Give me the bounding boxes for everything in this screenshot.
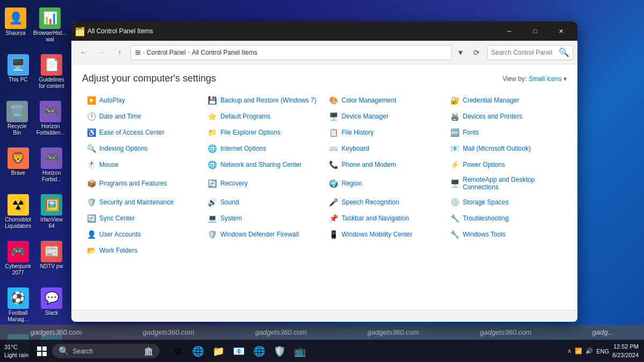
cp-label-file-history: File History [342, 129, 374, 136]
desktop-icon-slack[interactable]: 💬 Slack [36, 285, 68, 325]
taskbar-app-taskview[interactable]: ⧉ [168, 342, 187, 361]
desktop-icon-browser-hist[interactable]: 📊 BrowserHist... wal [31, 5, 69, 45]
desktop-icon-brave[interactable]: 🦁 Brave [3, 145, 34, 185]
cp-item-phone-modem[interactable]: 📞 Phone and Modem [325, 157, 446, 172]
cp-item-network-sharing[interactable]: 🌐 Network and Sharing Center [203, 157, 325, 172]
start-button[interactable] [34, 343, 50, 359]
cp-item-win-tools[interactable]: 🔧 Windows Tools [445, 227, 567, 242]
cp-item-speech-recog[interactable]: 🎤 Speech Recognition [325, 195, 446, 210]
cp-label-taskbar-nav: Taskbar and Navigation [342, 215, 409, 222]
icon-label: Shaurya [5, 30, 25, 36]
cp-item-remoteapp[interactable]: 🖥️ RemoteApp and Desktop Connections [445, 173, 567, 194]
cp-item-color-mgmt[interactable]: 🎨 Color Management [325, 93, 446, 108]
up-button[interactable]: ↑ [112, 45, 127, 60]
cp-item-system[interactable]: 💻 System [203, 211, 325, 226]
cp-item-date-time[interactable]: 🕐 Date and Time [82, 109, 203, 124]
minimize-button[interactable]: ─ [497, 23, 522, 39]
desktop-icon-this-pc[interactable]: 🖥️ This PC [3, 52, 34, 92]
forward-button[interactable]: → [94, 45, 109, 60]
view-by-option[interactable]: Small icons ▾ [529, 75, 567, 83]
cp-item-mail[interactable]: 📧 Mail (Microsoft Outlook) [445, 141, 567, 156]
tray-network[interactable]: 📶 [575, 348, 582, 354]
tray-sound[interactable]: 🔊 [586, 348, 593, 354]
cp-label-win-defender: Windows Defender Firewall [221, 231, 299, 238]
cp-item-file-history[interactable]: 📋 File History [325, 125, 446, 140]
taskbar-app-browser[interactable]: 🌐 [188, 342, 208, 361]
tray-show-hidden[interactable]: ∧ [567, 348, 572, 354]
search-box[interactable]: 🔍 [487, 45, 573, 60]
cp-icon-recovery: 🔄 [208, 179, 217, 188]
taskbar-clock[interactable]: 12:52 PM 8/23/2024 [612, 343, 639, 359]
desktop-icon-ndtv[interactable]: 📰 NDTV pw [36, 239, 68, 278]
cp-icon-device-mgr: 🖥️ [329, 112, 339, 121]
taskbar-app-mail[interactable]: 📧 [229, 342, 248, 361]
cp-item-region[interactable]: 🌍 Region [325, 173, 446, 194]
desktop-icon-recycle-bin[interactable]: 🗑️ Recycle Bin [3, 99, 32, 138]
desktop-icon-irfanview[interactable]: 🖼️ IrfanView 64 [36, 192, 68, 232]
taskbar-app-explorer[interactable]: 📁 [209, 342, 228, 361]
desktop-icon-horizon[interactable]: 🎮 Horizon Forbidden... [34, 99, 67, 138]
address-bar: ← → ↑ ⊞ › Control Panel › All Control Pa… [71, 41, 577, 64]
cp-label-keyboard: Keyboard [342, 145, 369, 152]
cp-item-backup-restore[interactable]: 💾 Backup and Restore (Windows 7) [203, 93, 325, 108]
cp-item-sync-center[interactable]: 🔄 Sync Center [82, 211, 203, 226]
watermark-text-2: gadgets360.com [143, 328, 194, 336]
cp-label-ease-access: Ease of Access Center [99, 129, 164, 136]
taskbar-weather: 31°C Light rain [4, 343, 28, 359]
search-input[interactable] [491, 49, 557, 56]
desktop-icon-football[interactable]: ⚽ Football Manag... [3, 285, 34, 325]
control-panel-window: 🗂️ All Control Panel Items ─ □ ✕ ← → ↑ ⊞… [71, 21, 577, 322]
cp-icon-backup-restore: 💾 [208, 95, 217, 105]
cp-item-programs-features[interactable]: 📦 Programs and Features [82, 173, 203, 194]
cp-label-file-explorer: File Explorer Options [221, 129, 281, 136]
cp-item-ease-access[interactable]: ♿ Ease of Access Center [82, 125, 203, 140]
cp-item-taskbar-nav[interactable]: 📌 Taskbar and Navigation [325, 211, 446, 226]
cp-item-internet-opts[interactable]: 🌐 Internet Options [203, 141, 325, 156]
back-button[interactable]: ← [76, 45, 91, 60]
cp-item-mouse[interactable]: 🖱️ Mouse [82, 157, 203, 172]
cp-item-security-maint[interactable]: 🛡️ Security and Maintenance [82, 195, 203, 210]
close-button[interactable]: ✕ [548, 23, 573, 39]
cp-item-file-explorer[interactable]: 📁 File Explorer Options [203, 125, 325, 140]
taskbar-app-defender[interactable]: 🛡️ [270, 342, 289, 361]
cp-item-recovery[interactable]: 🔄 Recovery [203, 173, 325, 194]
cp-icon-color-mgmt: 🎨 [329, 95, 339, 105]
cp-item-storage-spaces[interactable]: 💿 Storage Spaces [445, 195, 567, 210]
cp-item-user-accounts[interactable]: 👤 User Accounts [82, 227, 203, 242]
cp-item-default-progs[interactable]: ⭐ Default Programs [203, 109, 325, 124]
cp-item-troubleshoot[interactable]: 🔧 Troubleshooting [445, 211, 567, 226]
watermark-bar: gadgets360.com gadgets360.com gadgets360… [0, 324, 644, 339]
address-dropdown[interactable]: ▾ [455, 45, 466, 60]
taskbar-search-bar[interactable]: 🔍 Search 🏛️ [52, 344, 159, 358]
icon-label: Horizon Forbid... [39, 170, 65, 183]
cp-item-sound[interactable]: 🔊 Sound [203, 195, 325, 210]
address-path[interactable]: ⊞ › Control Panel › All Control Panel It… [130, 45, 452, 60]
cp-item-power-opts[interactable]: ⚡ Power Options [445, 157, 567, 172]
cp-item-fonts[interactable]: 🔤 Fonts [445, 125, 567, 140]
cp-item-device-mgr[interactable]: 🖥️ Device Manager [325, 109, 446, 124]
cp-item-autoplay[interactable]: ▶️ AutoPlay [82, 93, 203, 108]
desktop-icon-shaurya[interactable]: 👤 Shaurya [3, 5, 28, 45]
cp-icon-mouse: 🖱️ [86, 160, 96, 169]
desktop-icon-horizon2[interactable]: 🎮 Horizon Forbid... [36, 145, 68, 185]
taskbar-app-media[interactable]: 📺 [290, 342, 310, 361]
desktop-icon-chorno[interactable]: ☢️ Chornoblot Liquidators [3, 192, 34, 232]
maximize-button[interactable]: □ [523, 23, 547, 39]
cp-label-color-mgmt: Color Management [342, 97, 397, 104]
watermark-text-4: gadgets360.com [368, 328, 419, 336]
cp-icon-system: 💻 [208, 213, 217, 223]
cp-item-devices-printers[interactable]: 🖨️ Devices and Printers [445, 109, 567, 124]
refresh-button[interactable]: ⟳ [469, 45, 484, 60]
desktop-icon-cyberpunk[interactable]: 🎮 Cyberpunk 2077 [3, 239, 34, 278]
cp-item-keyboard[interactable]: ⌨️ Keyboard [325, 141, 446, 156]
cp-item-work-folders[interactable]: 📂 Work Folders [82, 243, 203, 258]
desktop-icon-guidelines[interactable]: 📄 Guidelines for content [36, 52, 68, 92]
cp-item-indexing[interactable]: 🔍 Indexing Options [82, 141, 203, 156]
cp-label-mouse: Mouse [99, 161, 119, 168]
cp-item-win-defender[interactable]: 🛡️ Windows Defender Firewall [203, 227, 325, 242]
cp-item-win-mobility[interactable]: 📱 Windows Mobility Center [325, 227, 446, 242]
cp-icon-network-sharing: 🌐 [208, 160, 217, 169]
icon-label: IrfanView 64 [39, 217, 65, 230]
cp-item-credential-mgr[interactable]: 🔐 Credential Manager [445, 93, 567, 108]
taskbar-app-edge[interactable]: 🌐 [250, 342, 269, 361]
